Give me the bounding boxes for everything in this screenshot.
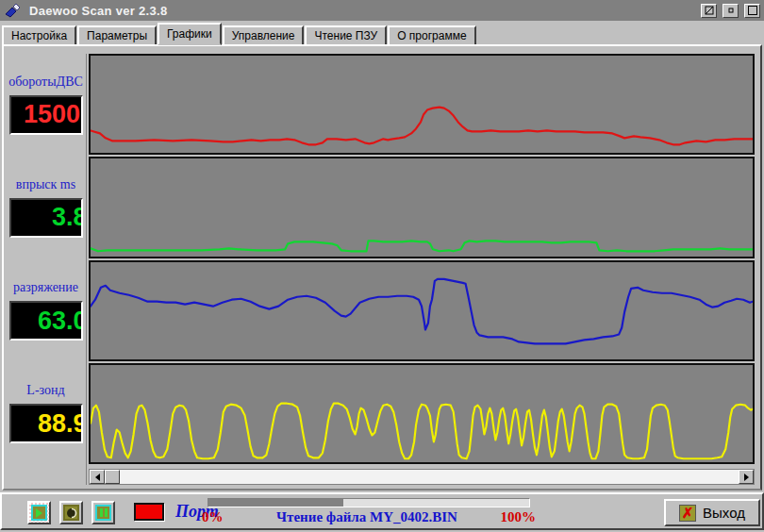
scrollbar-track[interactable] (120, 470, 739, 484)
pause-button[interactable] (91, 501, 115, 524)
gauge-rpm-label: оборотыДВС (8, 75, 83, 90)
tab-o-programme[interactable]: О программе (388, 25, 475, 44)
progress-fill (208, 499, 343, 507)
play-button[interactable] (27, 501, 51, 524)
tab-parametry[interactable]: Параметры (77, 25, 157, 44)
gauge-rpm-display: 1500. (9, 95, 83, 135)
gauge-lambda-label: L-зонд (26, 383, 64, 398)
gauge-lambda: L-зонд 88.9 (6, 363, 86, 464)
status-text: Чтение файла MY_0402.BIN (226, 509, 507, 525)
gauge-rpm: оборотыДВС 1500. (6, 54, 86, 155)
gauge-vacuum: разряжение 63.0 (6, 260, 86, 361)
chart-strip-injection (89, 157, 755, 258)
gauge-vacuum-label: разряжение (13, 280, 78, 295)
tab-bar: Настройка Параметры Графики Управление Ч… (0, 21, 764, 44)
titlebar: Daewoo Scan ver 2.3.8 (0, 0, 764, 21)
tab-grafiki[interactable]: Графики (158, 23, 222, 45)
window-title: Daewoo Scan ver 2.3.8 (29, 4, 695, 18)
arrow-right-icon[interactable] (739, 470, 754, 484)
small-box-icon[interactable] (722, 4, 739, 18)
chart-strip-lambda (89, 363, 755, 464)
gauge-injection-label: впрыск ms (16, 177, 75, 192)
pause-icon (95, 505, 111, 521)
diagonal-box-icon[interactable] (701, 4, 717, 18)
status-bar: Порт 0% Чтение файла MY_0402.BIN 100% ✗ … (0, 492, 764, 530)
progress-end-label: 100% (501, 509, 537, 525)
file-progress: 0% Чтение файла MY_0402.BIN 100% (198, 496, 536, 528)
gauge-vacuum-value: 63.0 (38, 307, 83, 336)
tab-upravlenie[interactable]: Управление (223, 25, 305, 44)
gauge-lambda-display: 88.9 (9, 404, 83, 443)
exit-button-label: Выход (703, 505, 745, 521)
progress-start-label: 0% (202, 509, 224, 525)
play-icon (31, 505, 47, 521)
port-led (134, 503, 164, 521)
tab-nastroyka[interactable]: Настройка (2, 25, 76, 44)
box-icon[interactable] (744, 4, 760, 18)
gauge-rpm-value: 1500. (24, 100, 83, 129)
exit-button[interactable]: ✗ Выход (664, 499, 760, 526)
clock-icon (63, 505, 79, 521)
gauge-injection: впрыск ms 3.8 (6, 157, 86, 258)
gauge-injection-display: 3.8 (9, 198, 83, 238)
chart-horizontal-scrollbar[interactable] (89, 469, 755, 485)
chart-strip-vacuum (89, 260, 755, 361)
scrollbar-thumb[interactable] (105, 470, 120, 484)
tab-chtenie-pzu[interactable]: Чтение ПЗУ (305, 25, 387, 44)
plug-icon[interactable] (4, 2, 21, 19)
gauge-lambda-value: 88.9 (38, 409, 83, 439)
chart-strip-rpm (89, 54, 755, 155)
chart-column (89, 54, 755, 485)
arrow-left-icon[interactable] (90, 470, 105, 484)
gauge-sidebar: оборотыДВС 1500. впрыск ms 3.8 разряжени… (6, 54, 87, 485)
clock-button[interactable] (59, 501, 83, 524)
x-icon: ✗ (679, 505, 696, 522)
progress-track (208, 498, 530, 507)
graphs-page: оборотыДВС 1500. впрыск ms 3.8 разряжени… (2, 44, 762, 490)
gauge-injection-value: 3.8 (52, 203, 83, 232)
gauge-vacuum-display: 63.0 (9, 301, 83, 341)
sidebar-spacer (6, 466, 86, 485)
